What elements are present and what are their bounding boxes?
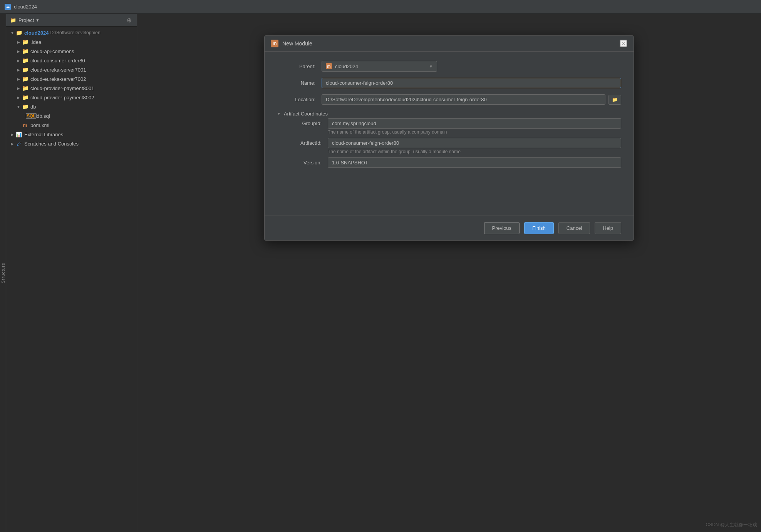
tree-item-cloud-eureka-server7002[interactable]: ▶ 📁 cloud-eureka-server7002	[6, 74, 137, 84]
tree-item-cloud2024[interactable]: ▼ 📁 cloud2024 D:\SoftwareDevelopmen	[6, 28, 137, 37]
version-input[interactable]	[328, 157, 621, 168]
folder-icon-cloud-eureka-server7002: 📁	[22, 75, 28, 82]
sidebar-top-left: 📁 Project ▼	[10, 17, 39, 23]
tree-item-cloud-provider-payment8001[interactable]: ▶ 📁 cloud-provider-payment8001	[6, 84, 137, 93]
parent-value: cloud2024	[335, 64, 358, 69]
parent-row: Parent: m cloud2024 ▼	[277, 61, 621, 72]
structure-tab-strip: Structure	[0, 14, 6, 532]
chevron-down-icon: ▼	[429, 64, 433, 69]
add-button[interactable]: ⊕	[125, 16, 133, 24]
previous-button[interactable]: Previous	[484, 222, 520, 234]
tree-label-cloud-eureka-server7002: cloud-eureka-server7002	[30, 76, 86, 82]
cancel-button[interactable]: Cancel	[558, 222, 590, 234]
folder-icon-idea: 📁	[22, 38, 28, 45]
tree-label-cloud-provider-payment8001: cloud-provider-payment8001	[30, 85, 94, 91]
main-layout: Structure 📁 Project ▼ ⊕ ▼ 📁 cloud2024 D:…	[0, 14, 761, 532]
expand-arrow-cloud-provider-payment8002: ▶	[15, 94, 22, 100]
expand-arrow-scratches: ▶	[9, 141, 15, 147]
groupid-input-container	[328, 118, 621, 129]
tree-item-db-sql[interactable]: ▶ SQL db.sql	[6, 111, 137, 120]
dialog-title: New Module	[282, 40, 620, 47]
name-label: Name:	[277, 80, 315, 86]
pom-icon: m	[22, 122, 28, 129]
version-label: Version:	[283, 160, 322, 166]
tree-item-external-libraries[interactable]: ▶ 📊 External Libraries	[6, 130, 137, 139]
groupid-hint: The name of the artifact group, usually …	[328, 129, 621, 135]
groupid-row: GroupId:	[283, 118, 621, 129]
groupid-label: GroupId:	[283, 120, 322, 126]
artifact-toggle[interactable]: ▼	[277, 112, 281, 116]
expand-arrow-external-libraries: ▶	[9, 131, 15, 137]
tree-item-cloud-provider-payment8002[interactable]: ▶ 📁 cloud-provider-payment8002	[6, 93, 137, 102]
tree-item-pom-xml[interactable]: ▶ m pom.xml	[6, 120, 137, 130]
artifactid-input[interactable]	[328, 138, 621, 148]
dialog-title-bar: m New Module ×	[265, 36, 634, 52]
name-row: Name:	[277, 78, 621, 88]
sidebar: 📁 Project ▼ ⊕ ▼ 📁 cloud2024 D:\SoftwareD…	[6, 14, 137, 532]
parent-label: Parent:	[277, 64, 315, 69]
structure-tab-label[interactable]: Structure	[1, 263, 5, 283]
expand-arrow-idea: ▶	[15, 39, 22, 45]
tree-item-idea[interactable]: ▶ 📁 .idea	[6, 37, 137, 47]
folder-icon-cloud-provider-payment8002: 📁	[22, 94, 28, 101]
parent-dropdown[interactable]: m cloud2024 ▼	[322, 61, 437, 72]
dialog-close-button[interactable]: ×	[620, 40, 627, 47]
app-title: cloud2024	[14, 4, 37, 10]
tree-label-cloud-provider-payment8002: cloud-provider-payment8002	[30, 95, 94, 100]
libs-icon: 📊	[15, 131, 22, 138]
tree-path-cloud2024: D:\SoftwareDevelopmen	[50, 30, 101, 35]
tree-label-scratches: Scratches and Consoles	[24, 141, 79, 147]
tree-label-cloud-api-commons: cloud-api-commons	[30, 49, 74, 54]
tree-item-scratches[interactable]: ▶ 🖊 Scratches and Consoles	[6, 139, 137, 148]
artifact-section-header: ▼ Artifact Coordinates	[277, 111, 621, 117]
project-label: Project	[18, 17, 34, 23]
parent-dropdown-container: m cloud2024 ▼	[322, 61, 621, 72]
main-content: m New Module × Parent: m cloud2024 ▼	[137, 14, 761, 532]
folder-icon-cloud-consumer-order80: 📁	[22, 57, 28, 64]
project-dropdown[interactable]: Project ▼	[18, 17, 39, 23]
folder-icon: 📁	[10, 17, 16, 23]
tree-label-external-libraries: External Libraries	[24, 132, 63, 137]
version-row: Version:	[283, 157, 621, 168]
tree-label-idea: .idea	[30, 39, 41, 45]
sidebar-tree: ▼ 📁 cloud2024 D:\SoftwareDevelopmen ▶ 📁 …	[6, 27, 137, 532]
finish-button[interactable]: Finish	[524, 222, 554, 234]
groupid-input[interactable]	[328, 118, 621, 129]
app-icon: ☁	[5, 4, 11, 10]
expand-arrow-db: ▼	[15, 104, 22, 110]
tree-label-db: db	[30, 104, 36, 110]
folder-icon-db: 📁	[22, 103, 28, 110]
tree-item-cloud-eureka-server7001[interactable]: ▶ 📁 cloud-eureka-server7001	[6, 65, 137, 74]
tree-label-pom-xml: pom.xml	[30, 122, 49, 128]
folder-icon-cloud-api-commons: 📁	[22, 48, 28, 55]
name-input[interactable]	[322, 78, 621, 88]
expand-arrow-cloud-eureka-server7001: ▶	[15, 67, 22, 73]
expand-arrow-cloud-consumer-order80: ▶	[15, 57, 22, 64]
version-input-container	[328, 157, 621, 168]
location-input[interactable]	[322, 94, 605, 105]
artifact-section-title: Artifact Coordinates	[284, 111, 328, 117]
tree-item-cloud-api-commons[interactable]: ▶ 📁 cloud-api-commons	[6, 47, 137, 56]
chevron-down-icon: ▼	[35, 18, 39, 22]
location-browse-button[interactable]: 📁	[608, 95, 621, 105]
tree-item-cloud-consumer-order80[interactable]: ▶ 📁 cloud-consumer-order80	[6, 56, 137, 65]
sql-icon: SQL	[28, 112, 35, 119]
watermark: CSDN @人生就像一场戏	[706, 522, 757, 528]
scratches-icon: 🖊	[15, 140, 22, 147]
tree-item-db[interactable]: ▼ 📁 db	[6, 102, 137, 111]
folder-icon-cloud-provider-payment8001: 📁	[22, 85, 28, 92]
parent-module-icon: m	[326, 63, 332, 69]
expand-arrow-cloud2024: ▼	[9, 30, 15, 36]
expand-arrow-cloud-provider-payment8001: ▶	[15, 85, 22, 91]
artifactid-row: ArtifactId:	[283, 138, 621, 148]
new-module-dialog: m New Module × Parent: m cloud2024 ▼	[264, 35, 634, 241]
name-input-container	[322, 78, 621, 88]
expand-arrow-cloud-api-commons: ▶	[15, 48, 22, 54]
help-button[interactable]: Help	[595, 222, 621, 234]
folder-icon-cloud-eureka-server7001: 📁	[22, 66, 28, 73]
location-row: Location: 📁	[277, 94, 621, 105]
artifact-section: ▼ Artifact Coordinates GroupId: The name…	[277, 111, 621, 168]
dialog-body: Parent: m cloud2024 ▼ Name:	[265, 52, 634, 177]
dialog-footer: Previous Finish Cancel Help	[265, 216, 634, 240]
location-input-container: 📁	[322, 94, 621, 105]
